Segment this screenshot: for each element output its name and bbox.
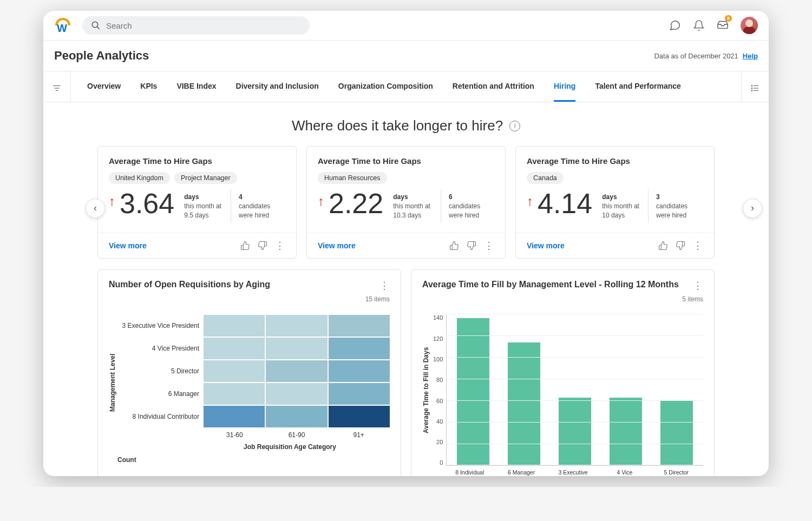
list-icon[interactable] — [750, 83, 760, 93]
heatmap-cell[interactable] — [329, 383, 390, 405]
heatmap-cell[interactable] — [266, 383, 327, 405]
tab-retention-and-attrition[interactable]: Retention and Attrition — [453, 72, 534, 102]
carousel-next[interactable]: › — [743, 199, 762, 218]
tab-organization-composition[interactable]: Organization Composition — [338, 72, 433, 102]
bar-x-label: 5 Director — [657, 469, 696, 476]
heatmap-y-axis-label: Management Level — [109, 314, 116, 451]
heatmap-cell[interactable] — [266, 315, 327, 337]
bar-y-tick: 140 — [433, 314, 443, 321]
view-more-link[interactable]: View more — [527, 241, 565, 250]
filter-icon[interactable] — [52, 83, 62, 93]
heatmap-cell[interactable] — [204, 406, 265, 427]
thumbs-down-icon[interactable] — [676, 241, 685, 250]
help-link[interactable]: Help — [743, 52, 758, 60]
inbox-badge: 8 — [725, 15, 732, 22]
tab-kpis[interactable]: KPIs — [140, 72, 157, 102]
thumbs-down-icon[interactable] — [258, 241, 267, 250]
info-icon[interactable]: i — [509, 121, 520, 131]
bar[interactable] — [660, 401, 693, 466]
heatmap-cell[interactable] — [266, 360, 327, 382]
thumbs-down-icon[interactable] — [467, 241, 476, 250]
svg-point-0 — [92, 22, 98, 28]
heatmap-cell[interactable] — [204, 338, 265, 359]
heatmap-cell[interactable] — [329, 338, 390, 359]
metric-value: 3.64 — [120, 189, 174, 217]
tab-hiring[interactable]: Hiring — [554, 72, 575, 102]
heatmap-row: 4 Vice President — [120, 337, 390, 360]
tab-overview[interactable]: Overview — [87, 72, 121, 102]
chart-items-count: 5 items — [682, 295, 703, 303]
tab-diversity-and-inclusion[interactable]: Diversity and Inclusion — [236, 72, 319, 102]
card-menu-icon[interactable]: ⋮ — [484, 240, 494, 252]
bar-y-tick: 60 — [436, 398, 443, 404]
bar-y-tick: 40 — [436, 418, 443, 425]
heatmap-cell[interactable] — [204, 383, 265, 405]
heatmap-row-label: 6 Manager — [120, 390, 204, 398]
bar[interactable] — [610, 398, 642, 465]
bar-y-tick: 100 — [433, 356, 443, 362]
trend-up-icon: ↑ — [109, 195, 115, 208]
view-more-link[interactable]: View more — [318, 241, 356, 250]
tab-vibe-index[interactable]: VIBE Index — [176, 72, 216, 102]
heatmap-x-label: 31-60 — [204, 428, 266, 439]
card-title: Average Time to Hire Gaps — [527, 156, 703, 166]
card-menu-icon[interactable]: ⋮ — [693, 240, 703, 252]
heatmap-cell[interactable] — [266, 338, 327, 359]
heatmap-row: 3 Executive Vice President — [120, 314, 390, 337]
chat-icon[interactable] — [669, 19, 681, 31]
card-menu-icon[interactable]: ⋮ — [275, 240, 285, 252]
chip: United Kingdom — [109, 172, 170, 184]
chart-time-to-fill: Average Time to Fill by Management Level… — [411, 269, 715, 476]
data-as-of: Data as of December 2021 — [654, 52, 738, 60]
search-input[interactable] — [106, 21, 301, 30]
bar-x-label: 6 Manager — [502, 469, 540, 476]
svg-line-1 — [97, 27, 100, 29]
metric-value: 4.14 — [538, 189, 592, 217]
bar-column — [658, 401, 696, 466]
bar[interactable] — [559, 398, 591, 465]
search-box[interactable] — [82, 16, 310, 35]
thumbs-up-icon[interactable] — [658, 241, 668, 250]
heatmap-cell[interactable] — [266, 406, 327, 427]
tab-talent-and-performance[interactable]: Talent and Performance — [595, 72, 680, 102]
inbox-button[interactable]: 8 — [717, 18, 729, 32]
page-header: People Analytics Data as of December 202… — [43, 41, 769, 71]
bar-x-label: 3 Executive Vice President — [554, 469, 592, 476]
bar-y-tick: 0 — [440, 459, 443, 466]
chart-menu-icon[interactable]: ⋮ — [365, 280, 390, 292]
bar-column — [607, 398, 645, 465]
insight-card: Average Time to Hire Gaps United Kingdom… — [97, 146, 297, 259]
heatmap-row: 6 Manager — [120, 382, 390, 405]
heatmap-cell[interactable] — [329, 360, 390, 382]
heatmap-cell[interactable] — [204, 360, 265, 382]
bar[interactable] — [508, 342, 540, 466]
bar-y-tick: 120 — [433, 335, 443, 342]
heatmap-cell[interactable] — [329, 315, 390, 337]
search-icon — [91, 21, 101, 30]
bar-y-tick: 80 — [436, 377, 443, 383]
heatmap-row-label: 5 Director — [120, 367, 204, 375]
bar-column — [505, 342, 543, 466]
bar-x-label: 4 Vice President — [605, 469, 644, 476]
chart-menu-icon[interactable]: ⋮ — [682, 280, 703, 292]
heatmap-x-title: Job Requisition Age Category — [190, 439, 390, 451]
heatmap-row: 5 Director — [120, 360, 390, 382]
bar-y-axis-label: Average Time to Fill in Days — [422, 314, 430, 466]
bell-icon[interactable] — [693, 19, 705, 31]
heatmap-cell[interactable] — [204, 315, 265, 337]
view-more-link[interactable]: View more — [109, 241, 147, 250]
thumbs-up-icon[interactable] — [240, 241, 250, 250]
heatmap-row-label: 3 Executive Vice President — [120, 322, 204, 329]
heatmap-row-label: 8 Individual Contributor — [120, 413, 204, 420]
workday-logo[interactable]: W — [54, 17, 71, 34]
chart-title: Number of Open Requisitions by Aging — [109, 280, 270, 289]
page-title: People Analytics — [54, 49, 149, 63]
avatar[interactable] — [741, 17, 758, 34]
card-title: Average Time to Hire Gaps — [318, 156, 494, 166]
heatmap-x-label: 91+ — [328, 428, 390, 439]
thumbs-up-icon[interactable] — [449, 241, 459, 250]
heatmap-cell[interactable] — [329, 406, 390, 427]
carousel-prev[interactable]: ‹ — [86, 199, 105, 218]
trend-up-icon: ↑ — [527, 195, 533, 208]
chart-title: Average Time to Fill by Management Level… — [422, 280, 679, 289]
